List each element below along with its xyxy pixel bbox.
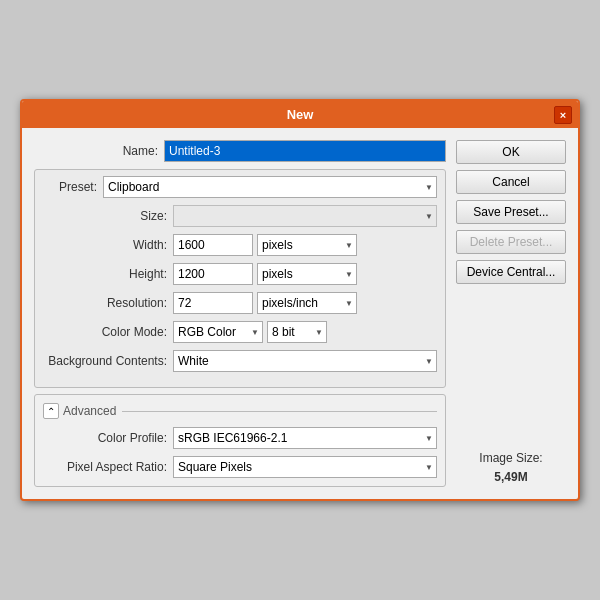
width-input[interactable]	[173, 234, 253, 256]
delete-preset-button[interactable]: Delete Preset...	[456, 230, 566, 254]
size-row: Size:	[43, 205, 437, 227]
dialog-body: Name: Preset: Clipboard Default Photosho…	[22, 128, 578, 499]
height-unit-select[interactable]: pixels inches cm mm	[257, 263, 357, 285]
cancel-button[interactable]: Cancel	[456, 170, 566, 194]
advanced-header[interactable]: ⌃ Advanced	[43, 403, 437, 419]
resolution-unit-wrapper: pixels/inch pixels/cm	[257, 292, 357, 314]
height-label: Height:	[43, 267, 173, 281]
resolution-label: Resolution:	[43, 296, 173, 310]
size-select[interactable]	[173, 205, 437, 227]
bg-contents-label: Background Contents:	[43, 354, 173, 368]
advanced-divider	[122, 411, 437, 412]
color-profile-label: Color Profile:	[43, 431, 173, 445]
save-preset-button[interactable]: Save Preset...	[456, 200, 566, 224]
resolution-input[interactable]	[173, 292, 253, 314]
new-dialog: New × Name: Preset: Clipboard Default Ph…	[20, 99, 580, 501]
image-size-info: Image Size: 5,49M	[456, 441, 566, 487]
advanced-toggle[interactable]: ⌃	[43, 403, 59, 419]
width-unit-wrapper: pixels inches cm mm	[257, 234, 357, 256]
advanced-section: ⌃ Advanced Color Profile: sRGB IEC61966-…	[34, 394, 446, 487]
preset-row: Preset: Clipboard Default Photoshop Size…	[43, 176, 437, 198]
bg-contents-row: Background Contents: White Background Co…	[43, 350, 437, 372]
dialog-title: New	[287, 107, 314, 122]
preset-select[interactable]: Clipboard Default Photoshop Size Letter …	[103, 176, 437, 198]
right-panel: OK Cancel Save Preset... Delete Preset..…	[456, 140, 566, 487]
height-row: Height: pixels inches cm mm	[43, 263, 437, 285]
size-select-wrapper	[173, 205, 437, 227]
width-label: Width:	[43, 238, 173, 252]
height-input[interactable]	[173, 263, 253, 285]
title-bar: New ×	[22, 101, 578, 128]
image-size-value: 5,49M	[456, 468, 566, 487]
advanced-title: Advanced	[63, 404, 116, 418]
name-input[interactable]	[164, 140, 446, 162]
preset-fieldset: Preset: Clipboard Default Photoshop Size…	[34, 169, 446, 388]
color-profile-wrapper: sRGB IEC61966-2.1 Adobe RGB (1998) None	[173, 427, 437, 449]
ok-button[interactable]: OK	[456, 140, 566, 164]
bg-contents-wrapper: White Background Color Transparent	[173, 350, 437, 372]
width-unit-select[interactable]: pixels inches cm mm	[257, 234, 357, 256]
name-label: Name:	[34, 144, 164, 158]
width-row: Width: pixels inches cm mm	[43, 234, 437, 256]
bit-depth-select[interactable]: 8 bit 16 bit 32 bit	[267, 321, 327, 343]
pixel-aspect-select[interactable]: Square Pixels D1/DV NTSC (0.91) D1/DV PA…	[173, 456, 437, 478]
name-row: Name:	[34, 140, 446, 162]
height-unit-wrapper: pixels inches cm mm	[257, 263, 357, 285]
bg-contents-select[interactable]: White Background Color Transparent	[173, 350, 437, 372]
image-size-label: Image Size:	[456, 449, 566, 468]
pixel-aspect-label: Pixel Aspect Ratio:	[43, 460, 173, 474]
pixel-aspect-wrapper: Square Pixels D1/DV NTSC (0.91) D1/DV PA…	[173, 456, 437, 478]
device-central-button[interactable]: Device Central...	[456, 260, 566, 284]
color-mode-label: Color Mode:	[43, 325, 173, 339]
left-panel: Name: Preset: Clipboard Default Photosho…	[34, 140, 446, 487]
color-mode-select[interactable]: RGB Color Bitmap Grayscale CMYK Color La…	[173, 321, 263, 343]
color-mode-row: Color Mode: RGB Color Bitmap Grayscale C…	[43, 321, 437, 343]
preset-select-wrapper: Clipboard Default Photoshop Size Letter …	[103, 176, 437, 198]
resolution-unit-select[interactable]: pixels/inch pixels/cm	[257, 292, 357, 314]
color-profile-select[interactable]: sRGB IEC61966-2.1 Adobe RGB (1998) None	[173, 427, 437, 449]
preset-label: Preset:	[43, 180, 103, 194]
size-label: Size:	[43, 209, 173, 223]
color-mode-wrapper: RGB Color Bitmap Grayscale CMYK Color La…	[173, 321, 263, 343]
resolution-row: Resolution: pixels/inch pixels/cm	[43, 292, 437, 314]
pixel-aspect-row: Pixel Aspect Ratio: Square Pixels D1/DV …	[43, 456, 437, 478]
color-profile-row: Color Profile: sRGB IEC61966-2.1 Adobe R…	[43, 427, 437, 449]
close-button[interactable]: ×	[554, 106, 572, 124]
bit-depth-wrapper: 8 bit 16 bit 32 bit	[267, 321, 327, 343]
